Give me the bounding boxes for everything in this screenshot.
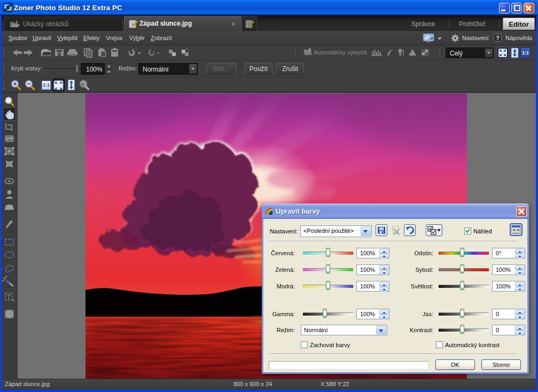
svg-text:T: T <box>7 294 11 300</box>
